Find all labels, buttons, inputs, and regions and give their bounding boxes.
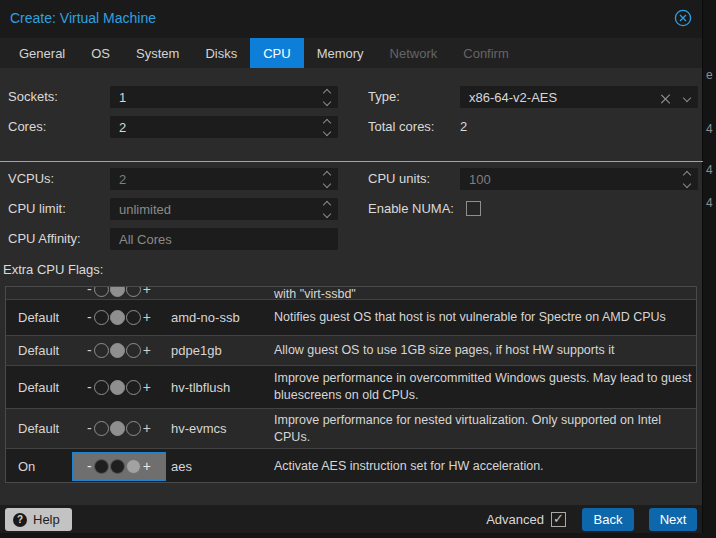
type-value: x86-64-v2-AES: [469, 90, 557, 105]
cores-spinner-icon[interactable]: [324, 120, 330, 135]
cpu-limit-spinner-icon[interactable]: [324, 202, 330, 217]
flag-state: Default: [18, 366, 59, 408]
cpu-affinity-placeholder: All Cores: [119, 232, 172, 247]
flag-state: Default: [18, 336, 59, 365]
tab-general[interactable]: General: [6, 38, 78, 68]
flag-name: pdpe1gb: [171, 336, 222, 365]
tab-system[interactable]: System: [123, 38, 192, 68]
cpu-limit-placeholder: unlimited: [119, 202, 171, 217]
sockets-spinner-icon[interactable]: [324, 90, 330, 105]
type-combo[interactable]: x86-64-v2-AES: [460, 86, 698, 108]
sockets-value: 1: [119, 90, 126, 105]
tab-memory[interactable]: Memory: [304, 38, 377, 68]
cpu-panel: Sockets: 1 Cores: 2 Type: x86-64-v2-AES …: [0, 68, 702, 505]
flag-description: Notifies guest OS that host is not vulne…: [274, 300, 692, 335]
cpu-limit-label: CPU limit:: [8, 201, 66, 217]
cpu-limit-input[interactable]: unlimited: [110, 198, 338, 220]
sockets-input[interactable]: 1: [110, 86, 338, 108]
flag-name: amd-no-ssb: [171, 300, 240, 335]
clear-icon[interactable]: [661, 94, 670, 103]
close-icon[interactable]: [674, 9, 692, 27]
background-text-fragment: 4: [706, 163, 713, 177]
flag-state: Default: [18, 409, 59, 448]
flag-name: hv-evmcs: [171, 409, 227, 448]
flag-description: Allow guest OS to use 1GB size pages, if…: [274, 336, 692, 365]
advanced-label: Advanced: [486, 512, 544, 527]
cpu-affinity-label: CPU Affinity:: [8, 231, 81, 247]
back-button[interactable]: Back: [582, 508, 634, 531]
flag-row-aes[interactable]: On - + aes Activate: [6, 449, 696, 483]
type-label: Type:: [368, 89, 400, 105]
cpu-flags-table: - + with "virt-ssbd" Default -: [5, 286, 697, 483]
wizard-tabbar: General OS System Disks CPU Memory Netwo…: [0, 38, 702, 68]
tab-network: Network: [377, 38, 451, 68]
background-text-fragment: 4: [706, 122, 713, 136]
background-text-fragment: 4: [706, 196, 713, 210]
flag-description: Improve performance in overcommitted Win…: [274, 366, 692, 408]
flag-name: hv-tlbflush: [171, 366, 230, 408]
cpu-units-value: 100: [469, 172, 491, 187]
flag-row-pdpe1gb[interactable]: Default - + pdpe1gb Allow guest OS to us…: [6, 336, 696, 366]
flag-state: Default: [18, 300, 59, 335]
background-text-fragment: e: [706, 68, 713, 82]
sockets-label: Sockets:: [8, 89, 58, 105]
cpu-units-input: 100: [460, 168, 698, 190]
vcpus-value: 2: [119, 172, 126, 187]
tab-disks[interactable]: Disks: [192, 38, 250, 68]
flag-tristate-slider[interactable]: - +: [87, 380, 151, 395]
dialog-title: Create: Virtual Machine: [10, 10, 156, 26]
tab-os[interactable]: OS: [78, 38, 123, 68]
enable-numa-checkbox[interactable]: [466, 201, 481, 216]
enable-numa-label: Enable NUMA:: [368, 201, 454, 217]
section-divider: [0, 161, 703, 162]
cpu-units-spinner-icon: [684, 172, 690, 187]
vcpus-input: 2: [110, 168, 338, 190]
vcpus-label: VCPUs:: [8, 171, 54, 187]
flag-name: aes: [171, 449, 192, 483]
flag-tristate-slider-selected[interactable]: - +: [72, 452, 166, 481]
flag-tristate-slider[interactable]: - +: [87, 310, 151, 325]
dialog-footer: ? Help Advanced Back Next: [0, 505, 702, 533]
question-circle-icon: ?: [13, 513, 27, 527]
flag-description: Improve performance for nested virtualiz…: [274, 409, 692, 448]
advanced-checkbox[interactable]: [551, 512, 566, 527]
screen: e 4 4 4 Create: Virtual Machine General …: [0, 0, 716, 538]
cpu-units-label: CPU units:: [368, 171, 430, 187]
cores-value: 2: [119, 120, 126, 135]
flag-description: Activate AES instruction set for HW acce…: [274, 449, 692, 483]
tab-confirm: Confirm: [450, 38, 522, 68]
chevron-down-icon[interactable]: [683, 94, 691, 102]
flag-tristate-slider[interactable]: - +: [87, 421, 151, 436]
cpu-affinity-input[interactable]: All Cores: [110, 228, 338, 250]
flag-tristate-slider[interactable]: - +: [87, 343, 151, 358]
total-cores-value: 2: [460, 119, 467, 134]
dialog-header: Create: Virtual Machine: [0, 0, 702, 38]
vcpus-spinner-icon: [324, 172, 330, 187]
flag-row-hv-evmcs[interactable]: Default - + hv-evmcs Improve performance…: [6, 409, 696, 449]
flag-state: On: [18, 449, 35, 483]
extra-cpu-flags-label: Extra CPU Flags:: [3, 262, 103, 277]
flag-description: with "virt-ssbd": [274, 286, 692, 301]
flag-row-hv-tlbflush[interactable]: Default - + hv-tlbflush Improve performa…: [6, 366, 696, 409]
flag-row-amd-no-ssb[interactable]: Default - + amd-no-ssb Notifies guest OS…: [6, 300, 696, 336]
help-button-label: Help: [33, 512, 60, 527]
tab-cpu[interactable]: CPU: [250, 38, 303, 68]
next-button[interactable]: Next: [649, 508, 697, 531]
help-button[interactable]: ? Help: [5, 508, 72, 531]
cores-input[interactable]: 2: [110, 116, 338, 138]
create-vm-dialog: Create: Virtual Machine General OS Syste…: [0, 0, 703, 533]
cores-label: Cores:: [8, 119, 46, 135]
flag-row-partial[interactable]: - + with "virt-ssbd": [6, 287, 696, 300]
flag-tristate-slider[interactable]: - +: [87, 286, 151, 297]
total-cores-label: Total cores:: [368, 119, 434, 135]
